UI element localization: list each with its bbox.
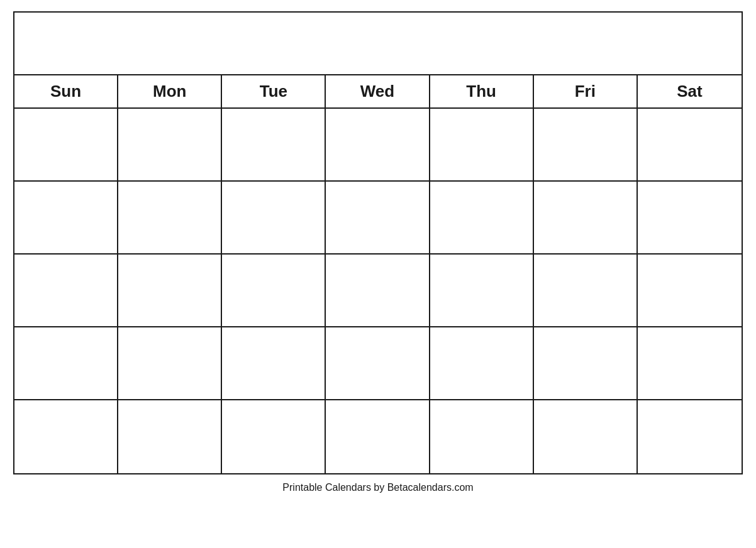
day-cell	[638, 182, 742, 253]
day-cell	[14, 182, 118, 253]
day-cell	[326, 400, 430, 473]
calendar-title-area	[14, 13, 742, 75]
header-wed: Wed	[326, 75, 430, 107]
day-cell	[430, 400, 534, 473]
week-row-2	[14, 182, 742, 255]
calendar: Sun Mon Tue Wed Thu Fri Sat	[13, 11, 743, 474]
day-cell	[534, 255, 638, 326]
header-mon: Mon	[118, 75, 222, 107]
day-cell	[222, 400, 326, 473]
day-cell	[534, 400, 638, 473]
footer-text: Printable Calendars by Betacalendars.com	[282, 482, 473, 493]
week-row-1	[14, 109, 742, 182]
day-cell	[14, 109, 118, 180]
day-cell	[638, 400, 742, 473]
day-cell	[326, 182, 430, 253]
day-cell	[534, 182, 638, 253]
header-thu: Thu	[430, 75, 534, 107]
day-cell	[118, 109, 222, 180]
day-cell	[430, 182, 534, 253]
day-cell	[14, 327, 118, 399]
day-cell	[638, 255, 742, 326]
day-cell	[222, 182, 326, 253]
header-sun: Sun	[14, 75, 118, 107]
day-cell	[326, 327, 430, 399]
day-cell	[222, 327, 326, 399]
day-cell	[430, 327, 534, 399]
day-cell	[638, 327, 742, 399]
week-row-3	[14, 255, 742, 327]
day-cell	[222, 109, 326, 180]
header-sat: Sat	[638, 75, 742, 107]
day-cell	[14, 255, 118, 326]
day-cell	[430, 255, 534, 326]
day-cell	[118, 255, 222, 326]
week-row-4	[14, 327, 742, 400]
day-cell	[118, 400, 222, 473]
day-cell	[222, 255, 326, 326]
day-cell	[118, 327, 222, 399]
day-cell	[534, 327, 638, 399]
day-cell	[118, 182, 222, 253]
calendar-body	[14, 109, 742, 473]
day-cell	[638, 109, 742, 180]
day-cell	[326, 109, 430, 180]
day-cell	[534, 109, 638, 180]
calendar-header: Sun Mon Tue Wed Thu Fri Sat	[14, 75, 742, 109]
header-fri: Fri	[534, 75, 638, 107]
week-row-5	[14, 400, 742, 473]
day-cell	[326, 255, 430, 326]
day-cell	[14, 400, 118, 473]
day-cell	[430, 109, 534, 180]
header-tue: Tue	[222, 75, 326, 107]
